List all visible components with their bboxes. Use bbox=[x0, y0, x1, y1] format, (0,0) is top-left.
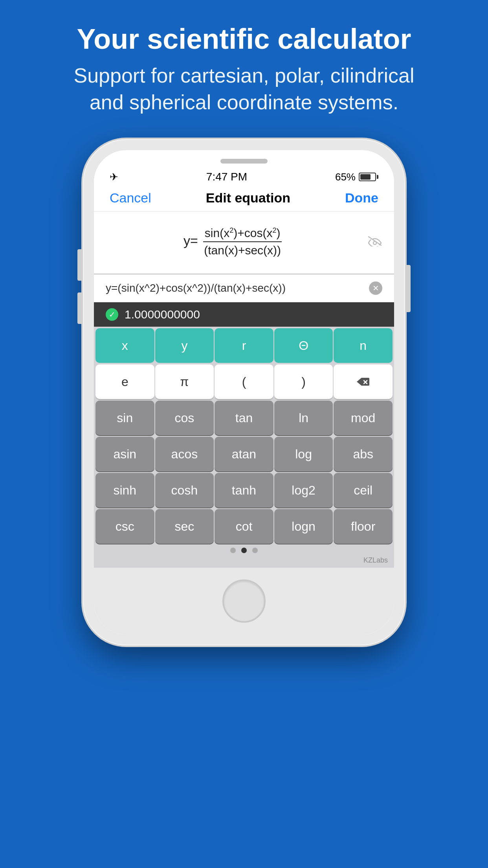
key-e[interactable]: e bbox=[95, 364, 154, 399]
check-icon: ✓ bbox=[106, 308, 118, 321]
home-area bbox=[94, 568, 394, 634]
key-sinh[interactable]: sinh bbox=[95, 473, 154, 508]
key-lparen[interactable]: ( bbox=[215, 364, 273, 399]
result-value: 1.0000000000 bbox=[125, 308, 200, 321]
key-asin[interactable]: asin bbox=[95, 437, 154, 471]
keyboard-row-5: sinh cosh tanh log2 ceil bbox=[94, 471, 394, 508]
home-button[interactable] bbox=[222, 579, 266, 623]
keyboard: x y r Θ n e π ( ) bbox=[94, 327, 394, 568]
key-sin[interactable]: sin bbox=[95, 401, 154, 435]
key-pi[interactable]: π bbox=[155, 364, 214, 399]
key-ceil[interactable]: ceil bbox=[334, 473, 393, 508]
result-row: ✓ 1.0000000000 bbox=[94, 302, 394, 327]
battery-icon bbox=[359, 173, 378, 181]
key-ln[interactable]: ln bbox=[274, 401, 333, 435]
key-y[interactable]: y bbox=[155, 328, 214, 363]
input-field[interactable]: y=(sin(x^2)+cos(x^2))/(tan(x)+sec(x)) ✕ bbox=[94, 274, 394, 302]
page-subtitle: Support for cartesian, polar, cilindrica… bbox=[73, 63, 414, 116]
key-sec[interactable]: sec bbox=[155, 509, 214, 544]
key-log2[interactable]: log2 bbox=[274, 473, 333, 508]
key-r[interactable]: r bbox=[215, 328, 273, 363]
status-left: ✈ bbox=[110, 171, 118, 183]
key-abs[interactable]: abs bbox=[334, 437, 393, 471]
key-atan[interactable]: atan bbox=[215, 437, 273, 471]
keyboard-row-4: asin acos atan log abs bbox=[94, 435, 394, 471]
key-logn[interactable]: logn bbox=[274, 509, 333, 544]
battery-percent: 65% bbox=[335, 171, 356, 183]
airplane-icon: ✈ bbox=[110, 171, 118, 183]
equation-rendered: y= sin(x2)+cos(x2) (tan(x)+sec(x)) bbox=[106, 226, 361, 257]
key-backspace[interactable] bbox=[334, 364, 393, 399]
key-rparen[interactable]: ) bbox=[274, 364, 333, 399]
svg-point-0 bbox=[373, 241, 376, 245]
key-floor[interactable]: floor bbox=[334, 509, 393, 544]
page-dot-2 bbox=[241, 548, 247, 553]
brand-label: KZLabs bbox=[363, 556, 388, 565]
status-right: 65% bbox=[335, 171, 378, 183]
key-log[interactable]: log bbox=[274, 437, 333, 471]
key-cot[interactable]: cot bbox=[215, 509, 273, 544]
done-button[interactable]: Done bbox=[345, 190, 378, 206]
page-dot-3 bbox=[252, 548, 258, 553]
key-cos[interactable]: cos bbox=[155, 401, 214, 435]
status-time: 7:47 PM bbox=[206, 171, 247, 183]
equation-input-text: y=(sin(x^2)+cos(x^2))/(tan(x)+sec(x)) bbox=[106, 282, 369, 294]
key-cosh[interactable]: cosh bbox=[155, 473, 214, 508]
phone-mockup: ✈ 7:47 PM 65% Cancel Edit equation bbox=[83, 139, 405, 645]
key-x[interactable]: x bbox=[95, 328, 154, 363]
cancel-button[interactable]: Cancel bbox=[110, 190, 151, 206]
key-tan[interactable]: tan bbox=[215, 401, 273, 435]
keyboard-row-1: x y r Θ n bbox=[94, 327, 394, 363]
key-theta[interactable]: Θ bbox=[274, 328, 333, 363]
key-n[interactable]: n bbox=[334, 328, 393, 363]
key-tanh[interactable]: tanh bbox=[215, 473, 273, 508]
page-title: Your scientific calculator bbox=[73, 24, 414, 55]
status-bar: ✈ 7:47 PM 65% bbox=[94, 164, 394, 186]
page-dot-1 bbox=[230, 548, 236, 553]
nav-bar: Cancel Edit equation Done bbox=[94, 186, 394, 211]
nav-title: Edit equation bbox=[206, 190, 290, 206]
equation-display: y= sin(x2)+cos(x2) (tan(x)+sec(x)) bbox=[94, 211, 394, 274]
visibility-icon[interactable] bbox=[367, 234, 382, 250]
phone-speaker bbox=[220, 159, 268, 164]
key-csc[interactable]: csc bbox=[95, 509, 154, 544]
brand-row: KZLabs bbox=[94, 555, 394, 568]
keyboard-row-3: sin cos tan ln mod bbox=[94, 399, 394, 435]
clear-button[interactable]: ✕ bbox=[369, 281, 382, 295]
keyboard-row-2: e π ( ) bbox=[94, 363, 394, 399]
key-acos[interactable]: acos bbox=[155, 437, 214, 471]
key-mod[interactable]: mod bbox=[334, 401, 393, 435]
keyboard-row-6: csc sec cot logn floor bbox=[94, 508, 394, 544]
page-dots bbox=[94, 544, 394, 555]
